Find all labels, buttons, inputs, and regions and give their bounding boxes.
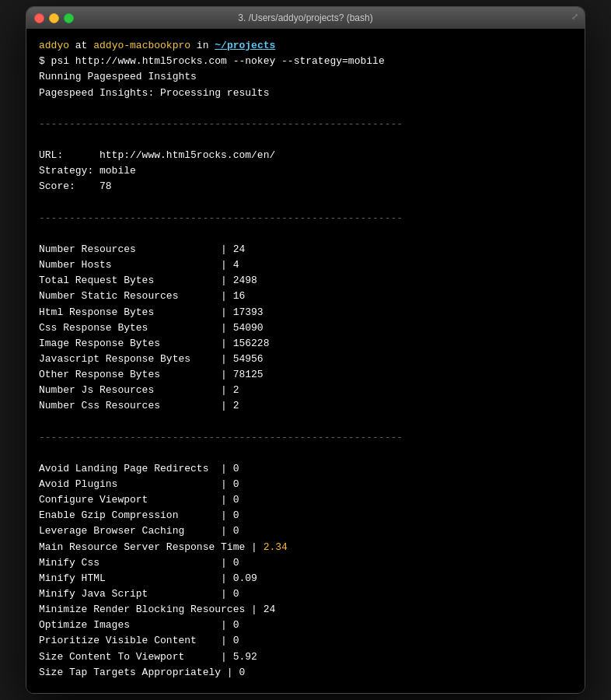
score-line: Score: 78 [39,179,572,194]
blank-6 [39,446,572,461]
data-number-js-resources: Number Js Resources | 2 [39,383,572,398]
maximize-button[interactable] [64,13,74,23]
url-line: URL: http://www.html5rocks.com/en/ [39,148,572,163]
data-css-response-bytes: Css Response Bytes | 54090 [39,320,572,336]
command-text: psi http://www.html5rocks.com --nokey --… [51,55,385,67]
blank-1 [39,101,572,117]
terminal-body[interactable]: addyo at addyo-macbookpro in ~/projects … [26,29,585,693]
prompt-user: addyo [39,40,69,51]
data-minify-html: Minify HTML | 0.09 [39,571,572,586]
data-prioritize-visible: Prioritize Visible Content | 0 [39,633,572,649]
command-line: $ psi http://www.html5rocks.com --nokey … [39,54,572,69]
data-leverage-browser: Leverage Browser Caching | 0 [39,523,572,539]
strategy-line: Strategy: mobile [39,163,572,179]
blank-5 [39,414,572,429]
prompt-dir: ~/projects [215,40,275,51]
separator-1: ----------------------------------------… [39,117,572,132]
data-configure-viewport: Configure Viewport | 0 [39,492,572,508]
blank-2 [39,132,572,148]
data-optimize-images: Optimize Images | 0 [39,618,572,633]
highlight-value: 2.34 [264,541,288,553]
data-size-content: Size Content To Viewport | 5.92 [39,649,572,665]
data-minify-css: Minify Css | 0 [39,555,572,571]
blank-4 [39,226,572,242]
data-number-css-resources: Number Css Resources | 2 [39,398,572,414]
data-enable-gzip: Enable Gzip Compression | 0 [39,508,572,523]
data-minify-js: Minify Java Script | 0 [39,586,572,602]
data-main-resource: Main Resource Server Response Time | 2.3… [39,540,572,555]
separator-3: ----------------------------------------… [39,430,572,446]
prompt-line: addyo at addyo-macbookpro in ~/projects [39,38,572,54]
data-size-tap: Size Tap Targets Appropriately | 0 [39,665,572,681]
close-button[interactable] [34,13,44,23]
window-title: 3. /Users/addyo/projects? (bash) [238,12,372,23]
data-avoid-landing: Avoid Landing Page Redirects | 0 [39,461,572,477]
resize-icon: ⤢ [571,12,578,22]
titlebar: 3. /Users/addyo/projects? (bash) ⤢ [26,7,585,29]
traffic-lights[interactable] [34,13,74,23]
output-line-1: Running Pagespeed Insights [39,69,572,85]
data-number-hosts: Number Hosts | 4 [39,257,572,273]
output-line-2: Pagespeed Insights: Processing results [39,86,572,101]
minimize-button[interactable] [49,13,59,23]
separator-2: ----------------------------------------… [39,211,572,226]
blank-3 [39,195,572,211]
prompt-host: addyo-macbookpro [93,40,190,51]
data-number-resources: Number Resources | 24 [39,242,572,257]
data-javascript-response-bytes: Javascript Response Bytes | 54956 [39,352,572,367]
data-image-response-bytes: Image Response Bytes | 156228 [39,336,572,352]
data-number-static-resources: Number Static Resources | 16 [39,289,572,304]
data-minimize-render: Minimize Render Blocking Resources | 24 [39,602,572,618]
data-avoid-plugins: Avoid Plugins | 0 [39,477,572,492]
data-total-request-bytes: Total Request Bytes | 2498 [39,273,572,289]
data-other-response-bytes: Other Response Bytes | 78125 [39,367,572,383]
terminal-window: 3. /Users/addyo/projects? (bash) ⤢ addyo… [26,6,585,694]
data-html-response-bytes: Html Response Bytes | 17393 [39,305,572,320]
